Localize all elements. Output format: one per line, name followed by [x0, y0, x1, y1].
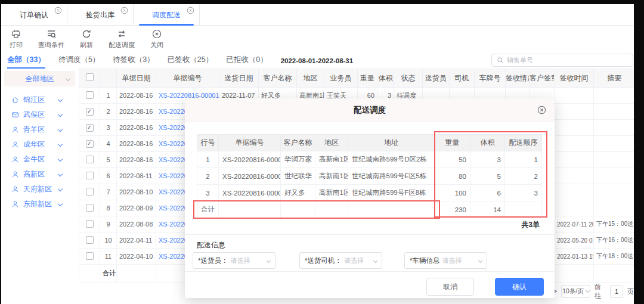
row-checkbox[interactable]	[86, 220, 94, 228]
chevron-down-icon	[373, 258, 377, 262]
printer-icon	[11, 29, 21, 39]
tab-order-confirm[interactable]: 订单确认	[1, 4, 67, 26]
sidebar-item-qingyang[interactable]: 青羊区	[1, 122, 79, 137]
row-checkbox[interactable]: ✓	[86, 108, 94, 116]
row-checkbox[interactable]: ✓	[86, 124, 94, 132]
chevron-down-icon[interactable]	[58, 112, 63, 117]
close-tab-button[interactable]: 关闭	[150, 29, 163, 49]
cell: 2022-08-16	[117, 136, 156, 152]
modal-header-row: 行号 单据编号 客户名称 地区 地址 重量 体积 配送顺序	[197, 135, 542, 151]
print-button[interactable]: 打印	[10, 29, 23, 49]
sidebar-item-label: 金牛区	[23, 154, 45, 165]
modal-title-bar: 配送调度	[185, 98, 555, 122]
cell	[79, 265, 100, 283]
col-weight: 重量	[358, 69, 377, 88]
chevron-down-icon[interactable]	[58, 97, 63, 102]
cell	[79, 152, 100, 168]
tool-label: 配送调度	[109, 41, 135, 49]
user-icon	[11, 156, 19, 163]
mcol-doc-no: 单据编号	[219, 135, 281, 151]
sidebar-item-label: 青羊区	[23, 125, 45, 135]
page-unit-label: 页	[627, 287, 634, 296]
query-conditions-button[interactable]: 查询条件	[38, 29, 64, 49]
driver-select[interactable]: *送货司机： 请选择	[299, 252, 382, 269]
chevron-down-icon[interactable]	[58, 142, 63, 147]
dispatch-orders-table: 行号 单据编号 客户名称 地区 地址 重量 体积 配送顺序 1 XS-20220…	[197, 134, 542, 218]
modal-table-row: 2 XS-20220816-000016 世纪联华 高新南1区 世纪城南路599…	[197, 168, 542, 185]
vehicle-select[interactable]: *车辆信息 请选择	[404, 252, 487, 269]
close-icon[interactable]	[187, 7, 194, 14]
filter-tab-all[interactable]: 全部（33）	[7, 52, 45, 69]
mcol-volume: 体积	[470, 135, 505, 151]
cell: 华润万家	[281, 151, 315, 168]
refresh-button[interactable]: 刷新	[80, 29, 93, 49]
erp-dispatch-app: 订单确认 捡货出库 调度配送 打印 查询条件 刷新 配送调度	[1, 4, 634, 304]
row-checkbox[interactable]	[86, 204, 94, 212]
tab-pick-outbound[interactable]: 捡货出库	[67, 4, 134, 26]
page-size-select[interactable]: 10条/页	[561, 285, 590, 298]
select-all-checkbox[interactable]	[86, 73, 94, 81]
total-label: 合计	[197, 201, 219, 218]
mcol-line: 行号	[197, 135, 219, 151]
confirm-button[interactable]: 确认	[495, 278, 544, 296]
region-list: 锦江区 武侯区 青羊区 成华区 金牛区	[1, 92, 79, 212]
search-input[interactable]	[507, 57, 628, 64]
row-checkbox[interactable]	[86, 236, 94, 244]
cell	[555, 265, 594, 283]
goto-label: 前往	[595, 283, 606, 300]
close-circle-icon	[152, 29, 162, 39]
sidebar-item-gaoxin[interactable]: 高新区	[1, 167, 79, 182]
chevron-down-icon[interactable]	[58, 127, 63, 132]
deliverer-select[interactable]: *送货员： 请选择	[193, 252, 275, 269]
chevron-down-icon[interactable]	[58, 187, 63, 191]
sidebar-item-chenghua[interactable]: 成华区	[1, 137, 79, 152]
row-checkbox[interactable]	[86, 172, 94, 179]
sidebar-item-dongbu[interactable]: 东部新区	[1, 197, 79, 212]
filter-tab-signed[interactable]: 已签收（25）	[168, 52, 213, 69]
cell	[555, 152, 594, 168]
sidebar-item-tianfu[interactable]: 天府新区	[1, 182, 79, 197]
cell	[555, 136, 594, 152]
tab-dispatch-delivery[interactable]: 调度配送	[134, 4, 200, 26]
chevron-down-icon[interactable]	[58, 172, 63, 176]
cell: 2	[100, 104, 117, 120]
refresh-icon	[82, 29, 91, 39]
chevron-down-icon[interactable]	[58, 157, 63, 162]
cell	[594, 136, 634, 152]
sidebar-item-jinniu[interactable]: 金牛区	[1, 152, 79, 167]
sidebar-item-label: 天府新区	[23, 184, 52, 194]
select-placeholder: 请选择	[230, 256, 265, 265]
date-range-label: 2022-08-01-2022-08-31	[281, 57, 353, 64]
mcol-order: 配送顺序	[505, 135, 542, 151]
cell: 2022-08-08	[117, 216, 156, 232]
sidebar-item-jinjiang[interactable]: 锦江区	[1, 92, 79, 107]
sales-order-search[interactable]	[491, 54, 633, 67]
row-checkbox[interactable]	[86, 188, 94, 196]
close-icon[interactable]	[120, 7, 128, 14]
dispatch-button[interactable]: 配送调度	[109, 29, 135, 49]
row-checkbox[interactable]	[86, 252, 94, 260]
cell: 高新南1区	[315, 168, 348, 185]
home-icon	[11, 96, 19, 104]
filter-tab-pending-sign[interactable]: 待签收（3）	[113, 52, 154, 69]
cancel-button[interactable]: 取消	[426, 278, 474, 296]
chevron-down-icon[interactable]	[58, 201, 63, 206]
row-checkbox[interactable]: ✓	[86, 140, 94, 148]
close-icon[interactable]	[54, 7, 62, 14]
sidebar-item-wuhou[interactable]: 武侯区	[1, 107, 79, 122]
cell: 11	[100, 249, 117, 265]
cell: 3	[100, 120, 117, 136]
region-filter-select[interactable]: 全部地区	[4, 71, 75, 86]
modal-close-icon[interactable]	[537, 106, 546, 114]
page-number-input[interactable]	[610, 285, 623, 298]
cell: 6	[470, 185, 505, 201]
filter-tab-rejected[interactable]: 已拒收（0）	[226, 52, 267, 69]
row-checkbox[interactable]	[86, 156, 94, 163]
cell: 世纪城南路599号F区8栋	[348, 185, 435, 201]
row-checkbox[interactable]	[86, 91, 94, 99]
filter-tab-pending-dispatch[interactable]: 待调度（5）	[58, 52, 100, 69]
select-placeholder: 请选择	[442, 256, 476, 265]
col-sign-time: 签收时间	[555, 69, 594, 88]
window-frame-right	[634, 0, 644, 304]
cell: XS-20220816-000017	[219, 151, 281, 168]
